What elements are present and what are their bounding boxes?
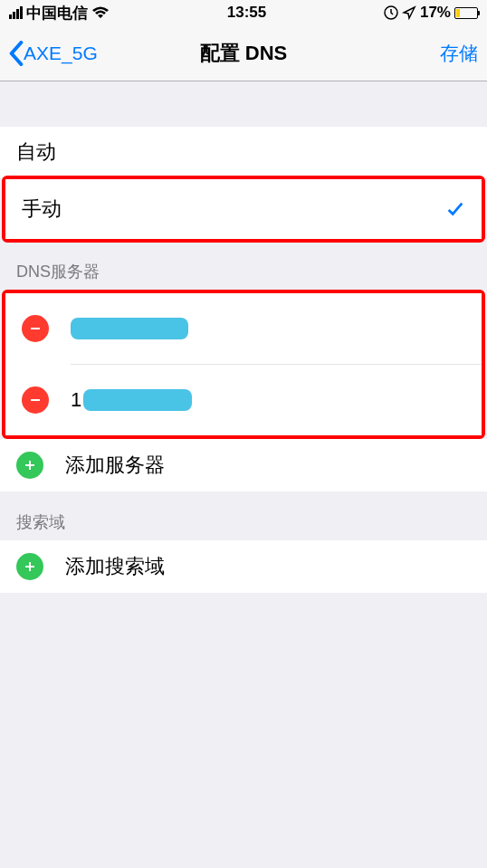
svg-rect-4: [25, 464, 34, 466]
wifi-icon: [91, 6, 110, 19]
location-icon: [402, 5, 416, 20]
dns-server-row-1[interactable]: [5, 293, 482, 364]
dns-server-row-2[interactable]: 1: [5, 365, 482, 435]
minus-icon: [28, 393, 43, 407]
status-time: 13:55: [227, 4, 266, 22]
chevron-left-icon: [9, 41, 24, 66]
redacted-marker: [83, 389, 192, 411]
remove-server-1-button[interactable]: [22, 315, 49, 342]
svg-rect-6: [25, 566, 34, 568]
search-section-header: 搜索域: [0, 491, 487, 540]
mode-manual-row[interactable]: 手动: [5, 179, 482, 239]
mode-manual-label: 手动: [22, 196, 62, 223]
mode-auto-row[interactable]: 自动: [0, 127, 487, 177]
add-search-domain-label: 添加搜索域: [65, 553, 165, 580]
svg-rect-1: [31, 328, 40, 329]
redacted-marker: [71, 318, 188, 339]
mode-auto-label: 自动: [16, 138, 56, 166]
add-server-button[interactable]: [16, 452, 43, 479]
status-bar: 中国电信 13:55 17%: [0, 0, 487, 25]
highlight-manual: 手动: [2, 176, 485, 243]
rotation-lock-icon: [384, 5, 398, 20]
status-right: 17%: [384, 4, 478, 22]
mode-list: 自动: [0, 127, 487, 177]
plus-icon: [23, 458, 37, 472]
battery-pct: 17%: [420, 4, 451, 22]
add-server-row[interactable]: 添加服务器: [0, 439, 487, 491]
dns-server-1-value: [71, 318, 188, 339]
add-search-domain-button[interactable]: [16, 553, 43, 580]
add-search-domain-row[interactable]: 添加搜索域: [0, 540, 487, 593]
nav-bar: AXE_5G 配置 DNS 存储: [0, 25, 487, 81]
highlight-servers: 1: [2, 290, 485, 439]
carrier-label: 中国电信: [26, 3, 88, 24]
dns-section-header: DNS服务器: [0, 241, 487, 290]
status-left: 中国电信: [9, 3, 110, 24]
signal-icon: [9, 6, 23, 19]
save-button[interactable]: 存储: [440, 41, 478, 66]
spacer: [0, 81, 487, 127]
minus-icon: [28, 321, 43, 336]
dns-server-2-value: 1: [71, 388, 192, 412]
svg-rect-2: [31, 399, 40, 401]
back-button[interactable]: AXE_5G: [9, 41, 98, 66]
remove-server-2-button[interactable]: [22, 386, 49, 414]
add-server-label: 添加服务器: [65, 452, 165, 479]
plus-icon: [23, 559, 37, 574]
checkmark-icon: [445, 199, 465, 219]
battery-icon: [454, 7, 478, 19]
back-label: AXE_5G: [24, 43, 98, 64]
